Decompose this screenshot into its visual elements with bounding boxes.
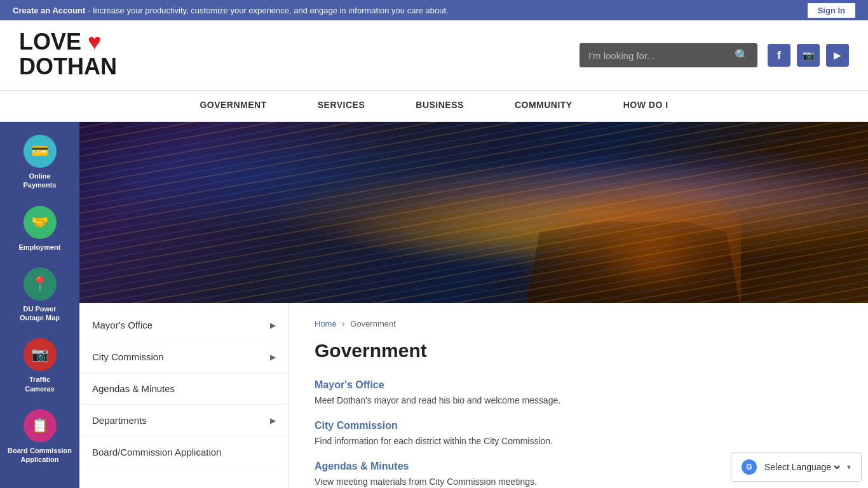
main-nav: GOVERNMENT SERVICES BUSINESS COMMUNITY H…: [0, 90, 868, 122]
page-title: Government: [315, 340, 843, 362]
hero-section: 💳 OnlinePayments 🤝 Employment 📍 DU Power…: [0, 122, 868, 303]
nav-services[interactable]: SERVICES: [292, 91, 391, 119]
sidenav-board-commission[interactable]: Board/Commission Application: [79, 437, 288, 468]
breadcrumb-current: Government: [350, 319, 396, 329]
breadcrumb-home[interactable]: Home: [315, 319, 337, 329]
board-commission-nav-label: Board/Commission Application: [92, 447, 221, 458]
banner-desc: - Increase your productivity, customize …: [85, 6, 448, 15]
youtube-icon[interactable]: ▶: [826, 44, 849, 67]
facebook-icon[interactable]: f: [768, 44, 790, 67]
logo-area: LOVE ♥ DOTHAN: [19, 30, 117, 80]
nav-community[interactable]: COMMUNITY: [489, 91, 598, 119]
online-payments-icon: 💳: [24, 135, 57, 168]
search-bar: 🔍: [580, 43, 757, 67]
city-commission-desc: Find information for each district withi…: [315, 435, 843, 448]
mayors-office-arrow: ▶: [270, 321, 276, 330]
employment-icon: 🤝: [24, 206, 57, 239]
nav-howdoi[interactable]: HOW DO I: [598, 91, 694, 119]
city-commission-title[interactable]: City Commission: [315, 420, 843, 431]
online-payments-label: OnlinePayments: [24, 172, 57, 190]
city-commission-arrow: ▶: [270, 353, 276, 362]
du-power-icon: 📍: [24, 268, 57, 301]
quick-link-board-commission[interactable]: 📋 Board Commission Application: [0, 403, 79, 471]
quick-link-online-payments[interactable]: 💳 OnlinePayments: [0, 128, 79, 196]
car-body: [499, 201, 766, 303]
social-icons: f 📷 ▶: [768, 44, 849, 67]
top-banner: Create an Account - Increase your produc…: [0, 0, 868, 20]
header: LOVE ♥ DOTHAN 🔍 f 📷 ▶: [0, 20, 868, 90]
logo-line2: DOTHAN: [19, 53, 117, 80]
language-select[interactable]: Select Language Spanish French German Ch…: [762, 461, 842, 473]
sign-in-button[interactable]: Sign In: [808, 3, 855, 18]
car-light-effect: [519, 176, 741, 303]
mayors-office-label: Mayor's Office: [92, 320, 153, 330]
create-account-link[interactable]: Create an Account: [13, 6, 85, 15]
side-nav-menu: Mayor's Office ▶ City Commission ▶ Agend…: [79, 303, 288, 475]
search-input[interactable]: [588, 50, 735, 61]
banner-text: Create an Account - Increase your produc…: [13, 6, 449, 15]
quick-links: 💳 OnlinePayments 🤝 Employment 📍 DU Power…: [0, 122, 79, 303]
instagram-icon[interactable]: 📷: [797, 44, 820, 67]
departments-arrow: ▶: [270, 416, 276, 425]
mayors-office-desc: Meet Dothan's mayor and read his bio and…: [315, 394, 843, 407]
translate-bar: G Select Language Spanish French German …: [731, 452, 862, 482]
chevron-down-icon: ▾: [847, 463, 851, 471]
heart-icon: ♥: [88, 29, 101, 55]
translate-icon: G: [742, 459, 757, 475]
breadcrumb: Home › Government: [315, 319, 843, 329]
breadcrumb-separator: ›: [342, 319, 344, 329]
hero-overlay: [0, 122, 868, 303]
sidenav-departments[interactable]: Departments ▶: [79, 405, 288, 437]
traffic-cameras-label: TrafficCameras: [25, 375, 54, 393]
mayors-office-title[interactable]: Mayor's Office: [315, 379, 843, 391]
sidenav-mayors-office[interactable]: Mayor's Office ▶: [79, 309, 288, 341]
city-commission-label: City Commission: [92, 351, 164, 362]
section-mayors-office: Mayor's Office Meet Dothan's mayor and r…: [315, 379, 843, 407]
section-city-commission: City Commission Find information for eac…: [315, 420, 843, 448]
du-power-label: DU PowerOutage Map: [20, 304, 60, 323]
hero-image: [0, 122, 868, 303]
sidenav-agendas[interactable]: Agendas & Minutes: [79, 373, 288, 405]
quick-link-du-power[interactable]: 📍 DU PowerOutage Map: [0, 261, 79, 329]
agendas-label: Agendas & Minutes: [92, 383, 175, 394]
quick-link-traffic-cameras[interactable]: 📷 TrafficCameras: [0, 332, 79, 400]
board-commission-icon: 📋: [24, 409, 57, 442]
employment-label: Employment: [18, 243, 60, 252]
quick-link-employment[interactable]: 🤝 Employment: [0, 200, 79, 258]
departments-label: Departments: [92, 415, 147, 426]
board-commission-label: Board Commission Application: [5, 446, 74, 464]
nav-business[interactable]: BUSINESS: [390, 91, 489, 119]
nav-government[interactable]: GOVERNMENT: [174, 91, 292, 119]
logo[interactable]: LOVE ♥ DOTHAN: [19, 30, 117, 80]
sidenav-city-commission[interactable]: City Commission ▶: [79, 341, 288, 373]
traffic-cameras-icon: 📷: [24, 338, 57, 371]
header-right: 🔍 f 📷 ▶: [580, 43, 849, 67]
search-button[interactable]: 🔍: [735, 48, 749, 62]
